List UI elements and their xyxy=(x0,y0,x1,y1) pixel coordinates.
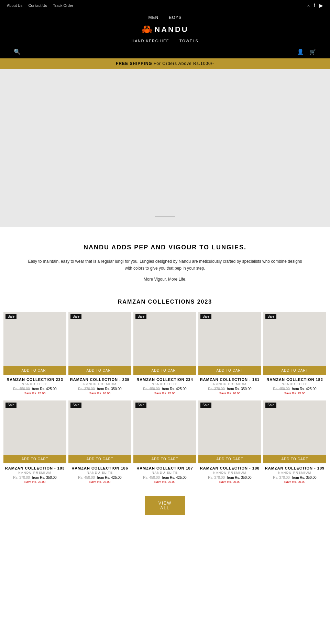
nav-handkerchief[interactable]: HAND KERCHIEF xyxy=(132,39,169,43)
product-card[interactable]: Sale ADD TO CART RAMZAN COLLECTION 187 N… xyxy=(133,400,196,485)
brand-name: NANDU xyxy=(154,25,188,34)
sale-badge: Sale xyxy=(6,403,16,408)
product-brand: NANDU ELITE xyxy=(134,382,196,386)
nav-towels[interactable]: TOWELS xyxy=(179,39,198,43)
product-info: RAMZAN COLLECTION 187 NANDU ELITE Rs. 45… xyxy=(133,463,196,485)
header-bottom: 🔍 👤 🛒 xyxy=(7,46,323,58)
product-name: RAMZAN COLLECTION 234 xyxy=(134,377,196,382)
promo-prefix: FREE SHIPPING xyxy=(116,61,152,66)
product-info: RAMZAN COLLECTION - 235 NANDU PREMIUM Rs… xyxy=(68,375,131,396)
product-price: Rs. 370.00 from Rs. 350.00 xyxy=(4,476,66,479)
view-all-wrap: VIEWALL xyxy=(3,489,327,526)
product-brand: NANDU PREMIUM xyxy=(264,471,326,474)
header-actions: 👤 🛒 xyxy=(297,48,316,55)
product-info: RAMZAN COLLECTION - 183 NANDU PREMIUM Rs… xyxy=(3,463,66,485)
product-image: Sale ADD TO CART xyxy=(3,400,66,463)
top-bar-links: About Us Contact Us Track Order xyxy=(7,3,78,8)
product-card[interactable]: Sale ADD TO CART RAMZAN COLLECTION - 189… xyxy=(263,400,326,485)
product-info: RAMZAN COLLECTION 233 NANDU ELITE Rs. 45… xyxy=(3,375,66,396)
price-original: Rs. 450.00 xyxy=(273,387,289,391)
add-to-cart-button[interactable]: ADD TO CART xyxy=(133,455,196,463)
product-brand: NANDU PREMIUM xyxy=(199,382,261,386)
product-card[interactable]: Sale ADD TO CART RAMZAN COLLECTION 234 N… xyxy=(133,312,196,396)
product-price: Rs. 450.00 from Rs. 425.00 xyxy=(69,476,131,479)
product-price: Rs. 370.00 from Rs. 350.00 xyxy=(199,387,261,391)
account-icon[interactable]: 👤 xyxy=(297,48,304,55)
nav-men[interactable]: MEN xyxy=(148,15,158,20)
instagram-icon[interactable]: ▵ xyxy=(307,3,310,8)
price-sale: from Rs. 350.00 xyxy=(227,387,252,391)
add-to-cart-button[interactable]: ADD TO CART xyxy=(198,366,261,375)
add-to-cart-button[interactable]: ADD TO CART xyxy=(263,455,326,463)
price-save: Save Rs. 25.00 xyxy=(264,392,326,395)
product-brand: NANDU ELITE xyxy=(4,382,66,386)
sale-badge: Sale xyxy=(70,403,81,408)
add-to-cart-button[interactable]: ADD TO CART xyxy=(263,366,326,375)
product-name: RAMZAN COLLECTION - 188 xyxy=(199,466,261,470)
collections-title: RAMZAN COLLECTIONS 2023 xyxy=(3,299,327,305)
price-original: Rs. 370.00 xyxy=(273,476,289,479)
price-original: Rs. 450.00 xyxy=(143,476,160,479)
hero-section xyxy=(0,69,330,227)
add-to-cart-button[interactable]: ADD TO CART xyxy=(3,455,66,463)
price-sale: from Rs. 425.00 xyxy=(162,387,187,391)
price-save: Save Rs. 20.00 xyxy=(264,480,326,484)
main-header: MEN BOYS 🦀 NANDU HAND KERCHIEF TOWELS 🔍 … xyxy=(0,11,330,58)
add-to-cart-button[interactable]: ADD TO CART xyxy=(68,366,131,375)
nav-boys[interactable]: BOYS xyxy=(169,15,182,20)
price-original: Rs. 370.00 xyxy=(208,387,224,391)
price-sale: from Rs. 350.00 xyxy=(227,476,252,479)
product-info: RAMZAN COLLECTION 182 NANDU ELITE Rs. 45… xyxy=(263,375,326,396)
product-card[interactable]: Sale ADD TO CART RAMZAN COLLECTION - 235… xyxy=(68,312,131,396)
price-sale: from Rs. 425.00 xyxy=(162,476,187,479)
product-price: Rs. 450.00 from Rs. 425.00 xyxy=(134,476,196,479)
sale-badge: Sale xyxy=(200,403,211,408)
product-price: Rs. 450.00 from Rs. 425.00 xyxy=(264,387,326,391)
product-card[interactable]: Sale ADD TO CART RAMZAN COLLECTION 186 N… xyxy=(68,400,131,485)
products-row-1: Sale ADD TO CART RAMZAN COLLECTION 233 N… xyxy=(3,312,327,396)
price-sale: from Rs. 350.00 xyxy=(292,476,317,479)
youtube-icon[interactable]: ▶ xyxy=(319,3,323,8)
contact-us-link[interactable]: Contact Us xyxy=(29,3,47,8)
logo-area[interactable]: 🦀 NANDU xyxy=(141,22,188,37)
top-bar: About Us Contact Us Track Order ▵ f ▶ xyxy=(0,0,330,11)
sale-badge: Sale xyxy=(135,314,146,319)
product-card[interactable]: Sale ADD TO CART RAMZAN COLLECTION - 188… xyxy=(198,400,261,485)
product-info: RAMZAN COLLECTION 234 NANDU ELITE Rs. 45… xyxy=(133,375,196,396)
price-original: Rs. 370.00 xyxy=(78,387,95,391)
about-description: Easy to maintain, easy to wear that is a… xyxy=(28,258,302,272)
product-image: Sale ADD TO CART xyxy=(68,312,131,375)
add-to-cart-button[interactable]: ADD TO CART xyxy=(68,455,131,463)
product-card[interactable]: Sale ADD TO CART RAMZAN COLLECTION 233 N… xyxy=(3,312,66,396)
main-nav: MEN BOYS xyxy=(7,11,323,22)
about-title: NANDU ADDS PEP AND VIGOUR TO LUNGIES. xyxy=(28,244,302,251)
product-card[interactable]: Sale ADD TO CART RAMZAN COLLECTION - 181… xyxy=(198,312,261,396)
product-card[interactable]: Sale ADD TO CART RAMZAN COLLECTION - 183… xyxy=(3,400,66,485)
product-info: RAMZAN COLLECTION 186 NANDU ELITE Rs. 45… xyxy=(68,463,131,485)
add-to-cart-button[interactable]: ADD TO CART xyxy=(198,455,261,463)
sale-badge: Sale xyxy=(200,314,211,319)
track-order-link[interactable]: Track Order xyxy=(53,3,73,8)
price-original: Rs. 450.00 xyxy=(78,476,95,479)
view-all-button[interactable]: VIEWALL xyxy=(145,496,186,515)
about-tagline: More Vigour. More Life. xyxy=(28,277,302,282)
price-sale: from Rs. 425.00 xyxy=(97,476,122,479)
promo-banner: FREE SHIPPING For Orders Above Rs.1000/- xyxy=(0,58,330,69)
price-original: Rs. 370.00 xyxy=(13,476,30,479)
product-image: Sale ADD TO CART xyxy=(263,312,326,375)
add-to-cart-button[interactable]: ADD TO CART xyxy=(133,366,196,375)
product-image: Sale ADD TO CART xyxy=(68,400,131,463)
product-card[interactable]: Sale ADD TO CART RAMZAN COLLECTION 182 N… xyxy=(263,312,326,396)
search-icon[interactable]: 🔍 xyxy=(14,48,21,55)
add-to-cart-button[interactable]: ADD TO CART xyxy=(3,366,66,375)
product-info: RAMZAN COLLECTION - 181 NANDU PREMIUM Rs… xyxy=(198,375,261,396)
facebook-icon[interactable]: f xyxy=(314,3,315,8)
price-save: Save Rs. 25.00 xyxy=(69,480,131,484)
about-us-link[interactable]: About Us xyxy=(7,3,22,8)
product-info: RAMZAN COLLECTION - 188 NANDU PREMIUM Rs… xyxy=(198,463,261,485)
price-save: Save Rs. 25.00 xyxy=(134,392,196,395)
product-name: RAMZAN COLLECTION - 181 xyxy=(199,377,261,382)
products-row-2: Sale ADD TO CART RAMZAN COLLECTION - 183… xyxy=(3,400,327,485)
cart-icon[interactable]: 🛒 xyxy=(309,48,316,55)
product-name: RAMZAN COLLECTION - 189 xyxy=(264,466,326,470)
